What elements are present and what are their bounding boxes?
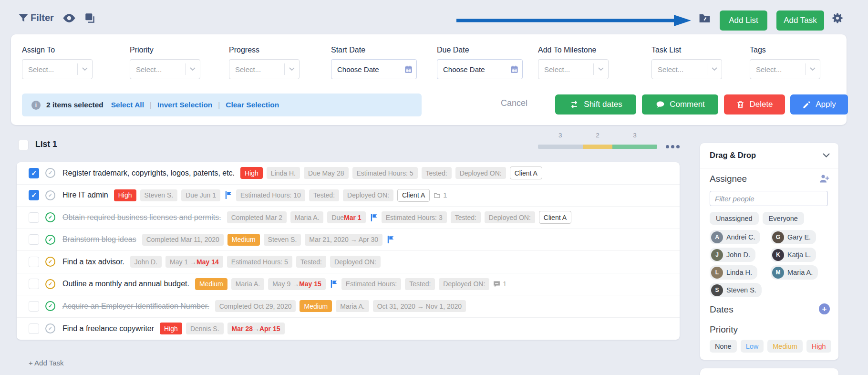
info-chip[interactable]: Estimated Hours: 3 [382, 211, 447, 223]
invert-selection-link[interactable]: Invert Selection [157, 101, 212, 109]
flag-icon[interactable] [330, 280, 338, 288]
chevron-down-icon[interactable] [707, 63, 722, 75]
funnel-icon[interactable] [17, 12, 30, 24]
info-chip[interactable]: Tested: [405, 278, 435, 290]
task-checkbox[interactable] [29, 323, 39, 334]
count-badge[interactable]: 1 [433, 191, 447, 199]
copy-icon[interactable] [84, 12, 96, 24]
select-assign-to[interactable]: Select... [22, 59, 93, 79]
chevron-down-icon[interactable] [77, 63, 92, 75]
assignee-chip-stevens[interactable]: SSteven S. [710, 283, 762, 297]
task-name[interactable]: Outline a monthly and annual budget. [62, 280, 189, 288]
assignee-chip-andreic[interactable]: AAndrei C. [710, 230, 760, 244]
chevron-down-icon[interactable] [823, 153, 830, 158]
task-status-icon[interactable]: ✓ [45, 190, 55, 200]
info-chip[interactable]: Tested: [422, 167, 452, 179]
delete-button[interactable]: Delete [724, 94, 785, 115]
chevron-down-icon[interactable] [284, 63, 299, 75]
info-chip[interactable]: Maria A. [231, 278, 264, 290]
clear-selection-link[interactable]: Clear Selection [226, 101, 279, 109]
date-picker-due-date[interactable]: Choose Date [437, 59, 523, 79]
date-range-chip[interactable]: May 9 → May 15 [268, 278, 326, 290]
add-list-button[interactable]: Add List [720, 10, 767, 31]
task-name[interactable]: Brainstorm blog ideas [62, 235, 136, 244]
task-checkbox[interactable] [29, 257, 39, 267]
eye-icon[interactable] [62, 13, 76, 23]
info-chip[interactable]: Completed Mar 11, 2020 [142, 234, 224, 246]
assignee-chip-garye[interactable]: GGary E. [771, 230, 816, 244]
info-chip[interactable]: Tested: [451, 211, 481, 223]
info-chip[interactable]: Due Jun 1 [181, 189, 220, 201]
filter-people-input[interactable] [710, 191, 828, 206]
select-priority[interactable]: Select... [130, 59, 200, 79]
calendar-icon[interactable] [400, 65, 416, 74]
chevron-down-icon[interactable] [593, 63, 608, 75]
date-range-chip[interactable]: Mar 28 → Apr 15 [227, 323, 285, 334]
calendar-icon[interactable] [506, 65, 522, 74]
task-checkbox[interactable] [29, 234, 39, 245]
info-chip[interactable]: Linda H. [267, 167, 300, 179]
date-picker-start-date[interactable]: Choose Date [331, 59, 417, 79]
priority-chip-low[interactable]: Low [741, 340, 764, 353]
task-name[interactable]: Find a tax advisor. [62, 258, 124, 266]
task-status-icon[interactable]: ✓ [45, 279, 55, 289]
task-name[interactable]: Acquire an Employer Identification Numbe… [62, 302, 209, 311]
priority-chip-medium[interactable]: Medium [767, 340, 803, 353]
info-chip[interactable]: Deployed ON: [439, 278, 489, 290]
flag-icon[interactable] [370, 213, 378, 222]
comment-button[interactable]: Comment [642, 94, 718, 115]
list-menu-icon[interactable] [666, 145, 680, 148]
info-chip[interactable]: Tested: [309, 189, 339, 201]
filter-label[interactable]: Filter [31, 12, 54, 23]
task-status-icon[interactable]: ✓ [45, 168, 55, 178]
task-name[interactable]: Obtain required business licenses and pe… [62, 213, 221, 222]
task-checkbox[interactable] [29, 212, 39, 223]
everyone-chip[interactable]: Everyone [763, 212, 804, 225]
add-date-icon[interactable]: + [819, 303, 830, 314]
assignee-chip-lindah[interactable]: LLinda H. [710, 265, 757, 280]
info-chip[interactable]: Deployed ON: [455, 167, 506, 179]
info-chip[interactable]: Maria A. [290, 211, 323, 223]
folder-icon[interactable] [698, 11, 712, 25]
task-name[interactable]: Register trademark, copyrights, logos, p… [62, 169, 235, 177]
task-status-icon[interactable]: ✓ [45, 301, 55, 311]
priority-chip-none[interactable]: None [710, 340, 737, 353]
select-add-to-milestone[interactable]: Select... [538, 59, 609, 79]
client-chip[interactable]: Client A [539, 211, 571, 224]
select-task-list[interactable]: Select... [651, 59, 722, 79]
unassigned-chip[interactable]: Unassigned [710, 212, 759, 225]
task-status-icon[interactable]: ✓ [45, 257, 55, 267]
date-range-chip[interactable]: May 1 → May 14 [165, 256, 223, 268]
flag-icon[interactable] [387, 235, 394, 244]
assignee-chip-katjal[interactable]: KKatja L. [771, 248, 816, 262]
cancel-button[interactable]: Cancel [501, 98, 527, 108]
select-tags[interactable]: Select... [750, 59, 820, 79]
priority-badge[interactable]: High [114, 189, 136, 201]
task-status-icon[interactable]: ✓ [45, 323, 55, 333]
apply-button[interactable]: Apply [790, 94, 848, 115]
select-all-link[interactable]: Select All [111, 101, 144, 109]
gear-icon[interactable] [831, 11, 844, 25]
info-chip[interactable]: Deployed ON: [330, 256, 381, 268]
priority-badge[interactable]: Medium [227, 234, 260, 246]
info-chip[interactable]: Steven S. [264, 234, 301, 246]
info-chip[interactable]: Completed Oct 29, 2020 [215, 300, 296, 312]
info-chip[interactable]: Dennis S. [186, 323, 224, 334]
info-chip[interactable]: Estimated Hours: 5 [227, 256, 292, 268]
priority-badge[interactable]: Medium [195, 278, 227, 290]
add-task-button[interactable]: Add Task [776, 10, 824, 31]
select-progress[interactable]: Select... [229, 59, 300, 79]
assignee-chip-johnd[interactable]: JJohn D. [710, 248, 755, 262]
task-checkbox[interactable]: ✓ [29, 190, 39, 200]
info-chip[interactable]: Estimated Hours: [341, 278, 401, 290]
chevron-down-icon[interactable] [805, 63, 820, 75]
priority-badge[interactable]: High [160, 323, 182, 334]
info-chip[interactable]: Tested: [296, 256, 326, 268]
info-chip[interactable]: Completed Mar 2 [227, 211, 287, 223]
priority-badge[interactable]: Medium [300, 300, 332, 312]
task-checkbox[interactable] [29, 279, 39, 289]
info-chip[interactable]: Steven S. [140, 189, 178, 201]
assignee-chip-mariaa[interactable]: MMaria A. [771, 265, 818, 280]
task-status-icon[interactable]: ✓ [45, 212, 55, 222]
add-task-link[interactable]: + Add Task [29, 359, 64, 367]
